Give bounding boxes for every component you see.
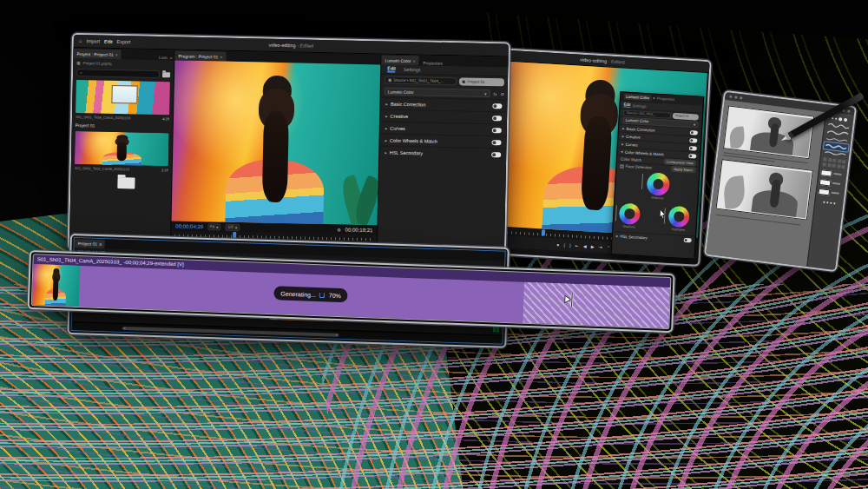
go-to-in-icon[interactable]: ⇤ [575,243,580,248]
mark-in-icon[interactable]: { [563,242,565,248]
layer-row[interactable] [818,186,843,198]
tool-icon[interactable] [842,160,845,163]
folder-icon[interactable] [117,177,135,188]
chevron-down-icon: ▾ [484,90,487,96]
home-icon[interactable]: ⌂ [79,38,82,43]
marker-icon[interactable]: ● [556,241,559,247]
playhead[interactable] [233,232,236,238]
section-toggle[interactable] [492,116,502,121]
section-toggle[interactable] [688,154,696,159]
playback-resolution-dropdown[interactable]: 1/2 ▾ [226,223,240,230]
mouse-cursor [659,209,667,218]
shadows-wheel[interactable] [619,203,641,225]
section-toggle[interactable] [689,146,697,151]
playhead[interactable] [542,229,545,235]
menu-import[interactable]: Import [86,38,100,43]
mark-out-icon[interactable]: } [569,242,571,248]
generating-status: Generating... [280,290,316,297]
menu-export[interactable]: Export [116,39,130,44]
shadows-slider[interactable] [615,205,617,221]
clip-thumbnail-room[interactable] [76,80,170,115]
target-sequence-pill[interactable]: ▣ Project 01 [459,77,504,86]
brush-size-dot[interactable] [832,117,833,119]
close-icon[interactable]: × [220,54,222,59]
chevron-right-icon: ▸ [385,113,388,118]
highlights-wheel[interactable] [668,206,690,228]
lift-icon[interactable]: ⌃ [607,245,611,250]
clip-duration: 2;18 [161,168,168,172]
tool-icon[interactable] [837,164,840,168]
clip-thumbnail-subject[interactable] [75,131,169,166]
midtones-slider[interactable] [641,174,643,189]
panel-icon[interactable] [833,202,835,204]
preset-dropdown[interactable]: Lumetri Color ▾ [385,88,490,98]
project-panel: Project : Project 01 × Lum » ▦ Project 0… [69,48,175,250]
program-video [172,60,381,225]
step-back-icon[interactable]: ◀ [583,243,587,248]
play-icon[interactable]: ▶ [591,244,595,249]
program-monitor: Program : Project 01 × 00;00;04;29 [171,50,381,254]
progress-spinner-icon [319,292,326,298]
panel-icon[interactable] [830,202,832,203]
storyboard-frame-2[interactable] [716,159,813,220]
section-toggle[interactable] [491,140,501,145]
close-icon[interactable]: × [653,96,655,101]
menu-edit[interactable]: Edit [104,39,113,44]
tool-icon[interactable] [823,162,826,166]
midtones-wheel[interactable] [647,172,670,195]
tool-icon[interactable] [832,159,836,162]
section-toggle[interactable] [684,237,692,242]
tab-timeline-sequence[interactable]: Project 01 ≡ [75,239,106,248]
chevron-down-icon: ▾ [216,224,219,229]
premiere-main-window: ⌂ Import Edit Export video-editing - Edi… [69,35,509,257]
brush-size-dot[interactable] [843,118,847,122]
chevron-right-icon: ▸ [616,233,619,238]
scrollbar-thumb[interactable] [122,327,339,337]
scene: video-editing - Edited ● { } ⇤ ◀ ▶ ⇥ [0,0,868,489]
chevron-down-icon: ▾ [235,224,238,229]
tab-properties[interactable]: Properties [657,96,675,102]
section-toggle[interactable] [689,138,697,143]
fit-dropdown[interactable]: Fit ▾ [207,223,221,230]
subtab-settings[interactable]: Settings [632,103,647,109]
chevron-right-icon: ▸ [622,126,625,131]
subtab-settings[interactable]: Settings [404,67,421,72]
section-toggle[interactable] [492,128,502,133]
subtab-edit[interactable]: Edit [387,66,396,73]
search-input[interactable]: ⌕ [76,69,160,78]
clip-name: S01_Sh02_Tk02_CamB_20250103 [75,166,129,171]
reset-icon[interactable]: ↺ [500,91,503,96]
go-to-out-icon[interactable]: ⇥ [598,244,602,249]
tool-icon[interactable] [838,159,841,162]
tool-icon[interactable] [823,157,826,161]
section-toggle[interactable] [492,103,502,109]
subtab-edit[interactable]: Edit [623,102,630,108]
section-toggle[interactable] [690,130,698,135]
section-toggle[interactable] [491,152,501,157]
chevron-right-icon: ▸ [621,142,624,147]
tool-icon[interactable] [827,162,831,166]
settings-wrench-icon[interactable]: ⚙ [337,227,341,232]
grid-icon[interactable]: ▦ [76,61,80,65]
source-clip-label: ▣ Source • S01_Sh01_Tk04_... [385,76,457,86]
menu-icon[interactable]: ≡ [99,241,102,247]
tool-icon[interactable] [841,164,845,168]
layer-thumbnail [818,188,830,195]
chevron-right-icon: ▸ [385,101,388,106]
tab-lumetri-color[interactable]: Lumetri Color × [381,55,418,65]
current-timecode: 00;00;04;29 [175,223,203,229]
bin-label[interactable]: Project 01 [76,122,95,128]
brush-size-dot[interactable] [835,117,838,120]
panel-icon[interactable] [823,201,825,202]
tool-icon[interactable] [832,163,835,167]
new-bin-folder-icon[interactable] [162,72,170,77]
fx-badge-icon[interactable]: fx [494,91,497,96]
close-icon[interactable]: × [115,52,118,57]
close-icon[interactable]: × [412,58,415,63]
brush-size-dot[interactable] [838,117,842,121]
face-detection-checkbox[interactable] [620,164,623,168]
panel-icon[interactable] [826,202,828,203]
tool-icon[interactable] [828,158,832,162]
chevron-down-icon: ▾ [621,149,623,155]
layer-thumbnail [819,178,832,186]
